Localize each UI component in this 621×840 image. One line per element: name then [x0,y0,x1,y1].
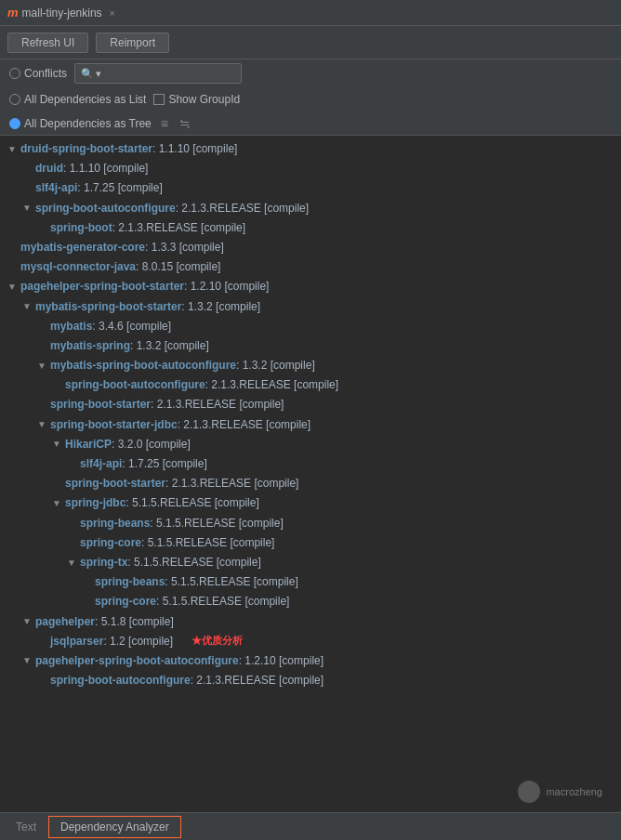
dep-version: : 1.3.3 [compile] [145,239,224,256]
search-input-indicator: ▾ [96,68,101,80]
dependency-tree: ▼druid-spring-boot-starter : 1.1.10 [com… [0,136,621,812]
dep-name: pagehelper-spring-boot-starter [20,278,184,295]
dep-name: spring-beans [80,515,150,532]
tree-row[interactable]: ▼mybatis-spring-boot-starter : 1.3.2 [co… [0,297,621,317]
conflicts-label: Conflicts [24,67,67,80]
dep-version: : 1.2 [compile] [103,633,173,650]
dep-version: : 2.1.3.RELEASE [compile] [112,219,245,237]
tree-row[interactable]: ▼pagehelper-spring-boot-autoconfigure : … [0,651,621,671]
dep-name: spring-boot-starter [65,475,165,492]
dep-version: : 5.1.5.RELEASE [compile] [156,593,289,610]
dep-version: : 5.1.5.RELEASE [compile] [127,554,260,571]
tree-row[interactable]: spring-boot-autoconfigure : 2.1.3.RELEAS… [0,671,621,690]
reimport-button[interactable]: Reimport [96,33,169,53]
tree-row[interactable]: spring-boot-starter : 2.1.3.RELEASE [com… [0,395,621,414]
collapse-all-icon[interactable]: ≡ [159,116,170,131]
project-name: mall-tiny-jenkins [22,7,102,20]
dep-name: spring-boot-starter [50,396,151,413]
show-groupid-checkbox[interactable]: Show GroupId [153,93,240,106]
tree-row[interactable]: spring-core : 5.1.5.RELEASE [compile] [0,533,621,553]
dep-name: spring-boot [50,219,112,237]
dep-name: spring-boot-autoconfigure [50,672,191,689]
tree-row[interactable]: ▼mybatis-spring-boot-autoconfigure : 1.3… [0,356,621,375]
close-icon[interactable]: × [110,7,115,19]
tree-arrow: ▼ [22,653,32,668]
dep-name: pagehelper-spring-boot-autoconfigure [35,652,239,670]
dep-version: : 2.1.3.RELEASE [compile] [176,200,309,217]
tree-row[interactable]: ▼spring-boot-starter-jdbc : 2.1.3.RELEAS… [0,415,621,435]
radio-circle-tree [9,118,20,129]
show-groupid-label: Show GroupId [168,93,240,106]
dep-version: : 2.1.3.RELEASE [compile] [165,475,298,492]
tree-row[interactable]: spring-beans : 5.1.5.RELEASE [compile] [0,572,621,592]
dep-name: spring-beans [95,573,165,591]
tree-row[interactable]: mysql-connector-java : 8.0.15 [compile] [0,257,621,277]
tree-row[interactable]: ▼druid-spring-boot-starter : 1.1.10 [com… [0,139,621,159]
dep-version: : 5.1.5.RELEASE [compile] [150,515,283,532]
radio-circle-list [9,94,20,105]
all-deps-list-radio[interactable]: All Dependencies as List [9,93,146,106]
dep-version: : 3.4.6 [compile] [92,318,171,335]
all-deps-tree-label: All Dependencies as Tree [24,117,152,130]
dep-version: : 2.1.3.RELEASE [compile] [151,396,284,413]
checkbox-box [153,94,165,105]
tree-arrow: ▼ [22,614,32,629]
conflicts-radio[interactable]: Conflicts [9,67,67,80]
tree-row[interactable]: druid : 1.1.10 [compile] [0,159,621,178]
dep-version: : 1.7.25 [compile] [77,179,162,197]
dep-name: druid [35,160,63,177]
tree-row[interactable]: ▼pagehelper-spring-boot-starter : 1.2.10… [0,277,621,296]
tree-arrow: ▼ [7,142,17,157]
dep-version: : 2.1.3.RELEASE [compile] [178,416,310,434]
tree-filter-row: All Dependencies as Tree ≡ ≒ [0,112,621,136]
dep-name: spring-tx [80,554,127,571]
dep-name: slf4j-api [80,455,122,473]
tree-row[interactable]: spring-beans : 5.1.5.RELEASE [compile] [0,514,621,533]
dep-name: HikariCP [65,436,112,453]
tree-row[interactable]: spring-boot-starter : 2.1.3.RELEASE [com… [0,474,621,493]
bottom-tabs: Text Dependency Analyzer [0,812,621,840]
tree-row[interactable]: ▼HikariCP : 3.2.0 [compile] [0,435,621,454]
watermark-icon [518,781,540,803]
all-deps-tree-radio[interactable]: All Dependencies as Tree [9,117,152,130]
tree-row[interactable]: spring-boot : 2.1.3.RELEASE [compile] [0,218,621,238]
dep-name: spring-core [80,534,141,552]
radio-circle [9,68,20,79]
dep-version: : 1.7.25 [compile] [122,455,206,473]
tree-row[interactable]: mybatis : 3.4.6 [compile] [0,317,621,336]
refresh-ui-button[interactable]: Refresh UI [7,33,88,53]
tree-row[interactable]: spring-core : 5.1.5.RELEASE [compile] [0,592,621,611]
tree-row[interactable]: ▼spring-jdbc : 5.1.5.RELEASE [compile] [0,493,621,513]
dep-version: : 1.3.2 [compile] [181,298,260,316]
dep-name: mybatis-generator-core [20,239,145,256]
list-filter-row: All Dependencies as List Show GroupId [0,87,621,112]
dep-version: : 1.3.2 [compile] [130,337,209,355]
dep-version: : 3.2.0 [compile] [112,436,191,453]
dep-name: mybatis-spring [50,337,130,355]
tab-text[interactable]: Text [4,816,48,838]
tree-row[interactable]: jsqlparser : 1.2 [compile]★优质分析 [0,632,621,651]
tree-row[interactable]: spring-boot-autoconfigure : 2.1.3.RELEAS… [0,375,621,395]
tree-row[interactable]: slf4j-api : 1.7.25 [compile] [0,454,621,474]
tree-arrow: ▼ [67,556,76,571]
tree-row[interactable]: mybatis-generator-core : 1.3.3 [compile] [0,238,621,257]
tree-row[interactable]: ▼spring-boot-autoconfigure : 2.1.3.RELEA… [0,199,621,218]
watermark: macrozheng [518,781,602,803]
dep-name: mybatis-spring-boot-starter [35,298,181,316]
expand-all-icon[interactable]: ≒ [178,116,192,131]
tree-row[interactable]: slf4j-api : 1.7.25 [compile] [0,178,621,198]
dep-name: spring-core [95,593,156,610]
tree-row[interactable]: ▼pagehelper : 5.1.8 [compile] [0,612,621,632]
dep-name: spring-boot-autoconfigure [35,200,176,217]
tree-arrow: ▼ [52,437,61,452]
tree-row[interactable]: mybatis-spring : 1.3.2 [compile] [0,336,621,356]
tab-dependency-analyzer[interactable]: Dependency Analyzer [48,816,181,838]
dep-name: slf4j-api [35,179,77,197]
tree-row[interactable]: ▼spring-tx : 5.1.5.RELEASE [compile] [0,553,621,572]
dep-version: : 5.1.8 [compile] [95,613,174,631]
tree-arrow: ▼ [22,201,32,216]
dep-version: : 2.1.3.RELEASE [compile] [191,672,324,689]
dep-version: : 1.3.2 [compile] [236,357,315,374]
search-icon: 🔍 [81,68,94,80]
search-box[interactable]: 🔍 ▾ [74,63,242,84]
